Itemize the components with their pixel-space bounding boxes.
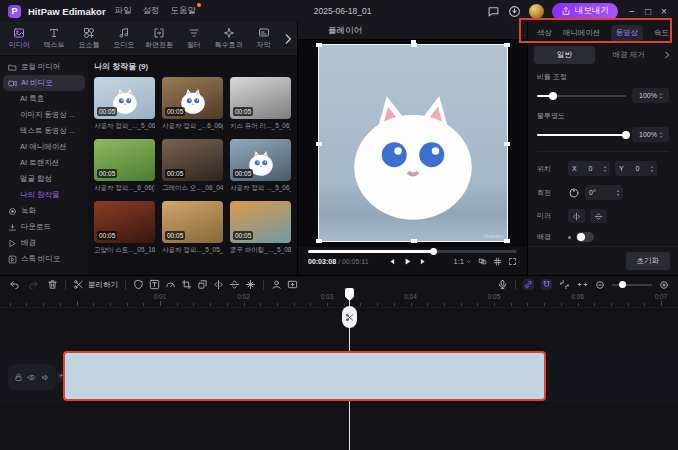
sidebar-item[interactable]: 이미지 동영상 ... [3, 107, 85, 123]
sidebar-item[interactable]: 로컬 미디어 [3, 59, 85, 75]
inspector-tab-애니메이션[interactable]: 애니메이션 [563, 28, 601, 38]
stepper-arrows-icon[interactable]: ▴▾ [651, 165, 653, 173]
scale-stepper[interactable]: 100%▴▾ [632, 88, 669, 103]
media-item[interactable]: 00:05키스 유어 러..._5_06_06 [230, 77, 291, 131]
inspector-tab-동영상[interactable]: 동영상 [611, 25, 644, 41]
mask-icon[interactable] [133, 279, 144, 290]
lock-icon[interactable] [14, 373, 23, 382]
maximize-icon[interactable]: □ [642, 6, 654, 17]
flip-vertical-icon[interactable] [229, 279, 240, 290]
stepper-arrows-icon[interactable]: ▴▾ [660, 131, 662, 139]
sidebar-item[interactable]: AI 애니메이션 [3, 139, 85, 155]
media-item[interactable]: 00:05고양이 스토..._05_16 [94, 201, 155, 255]
timeline-ruler[interactable]: 0:010:020:030:040:050:060:07 [0, 293, 678, 307]
player-tab[interactable]: 플레이어 [328, 25, 362, 37]
sidebar-item[interactable]: 나의 창작물 [3, 187, 85, 203]
mirror-button[interactable] [590, 209, 607, 223]
rotate-handle[interactable] [411, 40, 416, 43]
rotate-input[interactable]: 0°▴▾ [585, 185, 623, 200]
split-button[interactable]: 분리하기 [88, 280, 118, 290]
ribbon-tab-화면전환[interactable]: 화면전환 [142, 27, 177, 50]
fullscreen-icon[interactable] [508, 257, 517, 266]
flip-horizontal-icon[interactable] [213, 279, 224, 290]
close-icon[interactable]: × [658, 6, 670, 17]
speed-icon[interactable] [165, 279, 176, 290]
ribbon-tab-특수효과[interactable]: 특수효과 [211, 27, 246, 50]
crop-icon[interactable] [181, 279, 192, 290]
media-item[interactable]: 00:05사용자 정의..._6_06(3) [94, 139, 155, 193]
inspector-subtab-배경 제거[interactable]: 배경 제거 [598, 46, 659, 64]
menu-file[interactable]: 파일 [113, 5, 134, 17]
position-x-input[interactable]: X0▴▾ [568, 161, 610, 176]
zoom-slider-handle[interactable] [619, 281, 626, 288]
ribbon-tab-미디어[interactable]: 미디어 [2, 27, 37, 50]
trash-icon[interactable] [47, 279, 58, 290]
chevron-right-icon[interactable] [281, 32, 295, 46]
play-icon[interactable] [403, 257, 412, 266]
menu-help[interactable]: 도움말 [169, 5, 199, 17]
sidebar-item[interactable]: AI 비디오 [3, 75, 85, 91]
stepper-arrows-icon[interactable]: ▴▾ [617, 189, 619, 197]
extract-icon[interactable] [197, 279, 208, 290]
sidebar-item[interactable]: AI 특효 [3, 91, 85, 107]
ribbon-tab-텍스트[interactable]: 텍스트 [37, 27, 72, 50]
grid-icon[interactable] [493, 257, 502, 266]
inspector-subtab-일반[interactable]: 일반 [534, 46, 595, 64]
progress-bar[interactable] [308, 250, 517, 253]
prev-frame-icon[interactable] [387, 257, 396, 266]
add-frame-icon[interactable] [287, 279, 298, 290]
sidebar-item[interactable]: 배경 [3, 235, 85, 251]
position-y-input[interactable]: Y0▴▾ [615, 161, 657, 176]
mirror-button[interactable] [568, 209, 585, 223]
user-avatar[interactable] [529, 4, 544, 19]
stepper-arrows-icon[interactable]: ▴▾ [660, 92, 662, 100]
next-frame-icon[interactable] [419, 257, 428, 266]
chevron-right-icon[interactable] [662, 50, 672, 60]
media-item[interactable]: 00:05그레이스 오..._06_04 [162, 139, 223, 193]
opacity-slider[interactable] [537, 134, 626, 136]
ribbon-tab-오디오[interactable]: 오디오 [107, 27, 142, 50]
reset-button[interactable]: 초기화 [626, 252, 671, 270]
inspector-tab-속도[interactable]: 속도 [654, 28, 669, 38]
pip-icon[interactable] [478, 257, 487, 266]
rotate-knob-icon[interactable] [568, 187, 580, 199]
magnet-icon[interactable] [541, 279, 552, 290]
eye-icon[interactable] [27, 373, 36, 382]
media-item[interactable]: 00:05쿵푸 파이팅_..._5_08(1) [230, 201, 291, 255]
fit-icon[interactable] [577, 279, 588, 290]
inspector-tab-색상[interactable]: 색상 [537, 28, 552, 38]
redo-icon[interactable] [28, 279, 39, 290]
zoom-in-icon[interactable] [659, 280, 669, 290]
text-box-icon[interactable] [149, 279, 160, 290]
clip-trim-handle-right[interactable] [518, 356, 523, 398]
menu-settings[interactable]: 설정 [141, 5, 162, 17]
export-button[interactable]: 내보내기 [552, 3, 618, 20]
sidebar-item[interactable]: 스톡 비디오 [3, 251, 85, 267]
ribbon-tab-요소들[interactable]: 요소들 [72, 27, 107, 50]
ribbon-tab-자막[interactable]: 자막 [246, 27, 281, 50]
scale-slider-handle[interactable] [549, 92, 557, 100]
media-item[interactable]: 00:05사용자 정의..._5_05_08 [162, 201, 223, 255]
split-at-playhead-button[interactable] [342, 306, 357, 328]
media-item[interactable]: 00:05사용자 정의 _...6_06(5) [162, 77, 223, 131]
avatar-icon[interactable] [271, 279, 282, 290]
media-item[interactable]: 00:05사용자 정의_..._5_06_18 [94, 77, 155, 131]
media-item[interactable]: 00:05사용자 정의 ..._5_06_03 [230, 139, 291, 193]
freeze-icon[interactable] [245, 279, 256, 290]
sidebar-item[interactable]: 녹화 [3, 203, 85, 219]
mic-icon[interactable] [497, 279, 508, 290]
video-preview[interactable]: Gemini [318, 44, 508, 242]
opacity-slider-handle[interactable] [622, 131, 630, 139]
speaker-icon[interactable] [41, 373, 50, 382]
aspect-ratio-dropdown[interactable]: 1:1 [454, 257, 472, 266]
zoom-out-icon[interactable] [595, 280, 605, 290]
minimize-icon[interactable]: − [626, 6, 638, 17]
ribbon-tab-필터[interactable]: 필터 [176, 27, 211, 50]
video-clip[interactable]: 0:05 사용자 정의_2025-06-18 [66, 356, 523, 398]
progress-handle[interactable] [430, 248, 437, 255]
link-icon[interactable] [523, 279, 534, 290]
sidebar-item[interactable]: 텍스트 동영상 ... [3, 123, 85, 139]
opacity-stepper[interactable]: 100%▴▾ [632, 127, 669, 142]
sidebar-item[interactable]: 얼굴 합성 [3, 171, 85, 187]
background-toggle[interactable] [576, 232, 594, 242]
